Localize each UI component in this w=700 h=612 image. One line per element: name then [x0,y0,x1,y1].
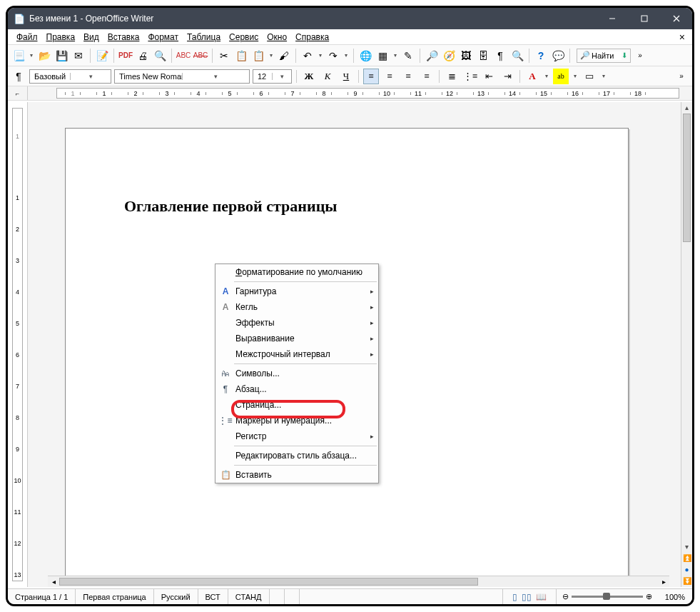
indent-increase-button[interactable]: ⇥ [499,69,515,84]
multi-page-icon[interactable]: ▯▯ [522,592,532,602]
numbering-button[interactable]: ≣ [444,69,460,84]
new-dropdown[interactable]: ▾ [28,52,35,59]
menu-file[interactable]: Файл [12,31,42,44]
align-left-button[interactable]: ≡ [363,69,379,84]
font-color-dropdown[interactable]: ▾ [543,73,550,79]
paste-icon[interactable]: 📋 [250,48,266,64]
document-close-icon[interactable]: × [676,31,688,43]
help-icon[interactable]: ? [533,48,549,64]
copy-icon[interactable]: 📋 [233,48,249,64]
cm-effects[interactable]: Эффекты▸ [215,315,378,331]
navigator-icon[interactable]: 🧭 [441,48,457,64]
align-center-button[interactable]: ≡ [382,69,397,84]
highlight-dropdown[interactable]: ▾ [572,73,579,79]
scroll-up-icon[interactable]: ▴ [681,102,692,114]
print-icon[interactable]: 🖨 [135,48,151,64]
scroll-left-icon[interactable]: ◂ [48,576,59,587]
scroll-right-icon[interactable]: ▸ [658,576,669,587]
styles-dialog-icon[interactable]: ¶ [11,69,26,84]
toolbar-overflow-icon[interactable]: » [632,48,648,64]
minimize-button[interactable] [596,8,628,29]
cm-characters[interactable]: 🗛 Символы... [215,366,378,381]
cm-case[interactable]: Регистр▸ [215,428,378,444]
zoom-icon[interactable]: 🔍 [509,48,525,64]
undo-icon[interactable]: ↶ [300,48,315,64]
cut-icon[interactable]: ✂ [216,48,232,64]
find-replace-icon[interactable]: 🔎 [424,48,440,64]
scroll-down-icon[interactable]: ▾ [681,541,692,553]
page-up-icon[interactable]: ⏫ [681,553,692,564]
highlight-button[interactable]: ab [553,69,569,84]
redo-dropdown[interactable]: ▾ [343,52,350,59]
document-heading[interactable]: Оглавление первой страницы [124,197,338,216]
bold-button[interactable]: Ж [301,69,317,84]
cm-bullets[interactable]: ⋮≡ Маркеры и нумерация... [215,413,378,428]
menu-insert[interactable]: Вставка [103,31,144,44]
gallery-icon[interactable]: 🖼 [458,48,474,64]
close-button[interactable] [660,8,692,29]
menu-help[interactable]: Справка [291,31,333,44]
drawing-icon[interactable]: ✎ [400,48,416,64]
paragraph-style-combo[interactable]: Базовый▾ [29,69,111,84]
menu-tools[interactable]: Сервис [225,31,263,44]
single-page-icon[interactable]: ▯ [512,592,517,602]
view-layout-buttons[interactable]: ▯ ▯▯ 📖 [503,589,557,604]
italic-button[interactable]: К [320,69,335,84]
horizontal-ruler[interactable]: 1 1 2 3 4 5 6 7 8 9 10 11 12 13 14 15 16… [56,88,679,99]
pdf-icon[interactable]: PDF [118,48,133,64]
status-language[interactable]: Русский [154,589,198,604]
font-color-button[interactable]: A [524,69,540,84]
status-page-style[interactable]: Первая страница [76,589,153,604]
status-zoom[interactable]: 100% [658,589,692,604]
undo-dropdown[interactable]: ▾ [317,52,324,59]
vertical-scrollbar[interactable]: ▴ ▾ ⏫ ● ⏬ [681,102,692,587]
vscroll-thumb[interactable] [683,114,691,242]
menu-format[interactable]: Формат [143,31,183,44]
table-dropdown[interactable]: ▾ [392,52,399,59]
edit-doc-icon[interactable]: 📝 [94,48,110,64]
cm-typeface[interactable]: A Гарнитура▸ [215,284,378,299]
cm-align[interactable]: Выравнивание▸ [215,331,378,346]
open-icon[interactable]: 📂 [36,48,52,64]
font-size-combo[interactable]: 12▾ [253,69,292,84]
nav-object-icon[interactable]: ● [681,564,692,576]
mail-icon[interactable]: ✉ [71,48,86,64]
hyperlink-icon[interactable]: 🌐 [357,48,373,64]
cm-paste[interactable]: 📋 Вставить [215,467,378,483]
zoom-in-icon[interactable]: ⊕ [646,592,652,601]
cm-page[interactable]: Страница... [215,397,378,413]
page-down-icon[interactable]: ⏬ [681,576,692,587]
save-icon[interactable]: 💾 [54,48,69,64]
status-page[interactable]: Страница 1 / 1 [8,589,76,604]
bgcolor-button[interactable]: ▭ [582,69,597,84]
font-name-combo[interactable]: Times New Roman▾ [114,69,250,84]
menu-table[interactable]: Таблица [183,31,225,44]
underline-button[interactable]: Ч [338,69,354,84]
maximize-button[interactable] [628,8,660,29]
whatsthis-icon[interactable]: 💬 [550,48,566,64]
new-icon[interactable]: 📃 [11,48,26,64]
datasources-icon[interactable]: 🗄 [475,48,491,64]
autocheck-icon[interactable]: ABC [193,48,208,64]
paste-dropdown[interactable]: ▾ [268,52,275,59]
spellcheck-icon[interactable]: ABC [176,48,191,64]
cm-paragraph[interactable]: ¶ Абзац... [215,381,378,397]
zoom-out-icon[interactable]: ⊖ [562,592,569,601]
cm-edit-para-style[interactable]: Редактировать стиль абзаца... [215,448,378,463]
format-brush-icon[interactable]: 🖌 [276,48,292,64]
hscroll-thumb[interactable] [59,578,478,586]
cm-default-format[interactable]: ФФорматирование по умолчаниюорматировани… [215,264,378,280]
zoom-track[interactable] [572,596,643,598]
format-overflow-icon[interactable]: » [674,69,689,84]
status-insert-mode[interactable]: ВСТ [198,589,228,604]
preview-icon[interactable]: 🔍 [152,48,168,64]
find-next-icon[interactable]: ⬇ [622,51,627,59]
vertical-ruler[interactable]: 1 1 2 3 4 5 6 7 8 9 10 11 12 13 [8,102,28,587]
zoom-slider[interactable]: ⊖ ⊕ [557,592,658,601]
find-input[interactable] [592,51,622,60]
cm-size[interactable]: A Кегль▸ [215,299,378,315]
indent-decrease-button[interactable]: ⇤ [481,69,497,84]
book-view-icon[interactable]: 📖 [536,592,547,602]
cm-linespacing[interactable]: Межстрочный интервал▸ [215,346,378,362]
redo-icon[interactable]: ↷ [325,48,341,64]
